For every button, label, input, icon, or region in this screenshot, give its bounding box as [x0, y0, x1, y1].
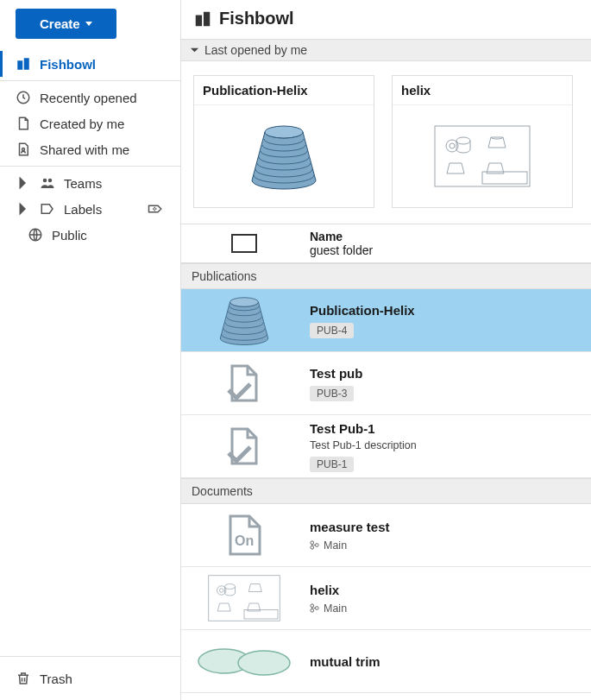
- section-documents: Documents: [181, 478, 591, 504]
- section-last-opened[interactable]: Last opened by me: [181, 39, 591, 61]
- document-check-icon: [225, 426, 263, 467]
- section-label: Last opened by me: [204, 43, 307, 57]
- sidebar-item-label: Labels: [64, 202, 102, 217]
- document-row[interactable]: helixMain: [181, 567, 591, 630]
- document-check-icon: [225, 363, 263, 404]
- building-icon: [193, 9, 212, 28]
- label-icon: [40, 201, 55, 217]
- branch-name: Main: [324, 602, 347, 615]
- building-icon: [16, 56, 31, 72]
- sidebar-item-teams[interactable]: Teams: [0, 166, 180, 196]
- document-user-icon: [16, 142, 31, 157]
- row-content: measure testMain: [306, 518, 591, 553]
- publication-row[interactable]: Publication-HelixPUB-4: [181, 289, 591, 352]
- publication-row[interactable]: Test Pub-1Test Pub-1 descriptionPUB-1: [181, 415, 591, 478]
- sidebar-item-public[interactable]: Public: [0, 222, 180, 248]
- svg-point-14: [311, 545, 314, 549]
- row-thumbnail: [181, 352, 306, 414]
- card-helix[interactable]: helix: [392, 75, 573, 208]
- svg-point-20: [311, 604, 314, 608]
- helix-thumb-icon: [210, 294, 279, 346]
- sidebar-item-labels[interactable]: Labels: [0, 196, 180, 222]
- sidebar-item-label: Trash: [40, 672, 72, 686]
- sidebar-nav: Fishbowl Recently opened Created by me S…: [0, 47, 180, 248]
- chevron-right-icon: [16, 201, 31, 217]
- svg-point-24: [238, 651, 290, 675]
- row-content: helixMain: [306, 581, 591, 616]
- helix-thumb-icon: [245, 122, 323, 191]
- create-button[interactable]: Create: [16, 9, 116, 39]
- drawing-thumb-icon: [431, 122, 534, 191]
- row-content: mutual trim: [306, 653, 591, 671]
- svg-point-15: [315, 544, 318, 547]
- sidebar-trash: Trash: [0, 656, 180, 700]
- sidebar: Create Fishbowl Recently opened Created …: [0, 0, 181, 700]
- sidebar-item-fishbowl[interactable]: Fishbowl: [0, 51, 180, 77]
- row-thumbnail: [181, 630, 306, 692]
- publications-list: Publication-HelixPUB-4 Test pubPUB-3 Tes…: [181, 289, 591, 478]
- row-thumbnail: [181, 289, 306, 351]
- row-title: Publication-Helix: [310, 303, 588, 318]
- row-description: Test Pub-1 description: [310, 439, 588, 451]
- branch-name: Main: [324, 539, 347, 552]
- row-title: helix: [310, 583, 588, 597]
- svg-point-3: [48, 179, 53, 183]
- svg-point-11: [229, 298, 258, 307]
- sidebar-item-recently-opened[interactable]: Recently opened: [0, 80, 180, 110]
- branch-line: Main: [310, 539, 588, 552]
- sidebar-item-label: Created by me: [40, 117, 124, 131]
- svg-point-1: [22, 148, 25, 151]
- last-opened-cards: Publication-Helix helix: [181, 61, 591, 224]
- clock-icon: [16, 90, 31, 105]
- row-content: Test Pub-1Test Pub-1 descriptionPUB-1: [306, 419, 591, 474]
- row-title: Test pub: [310, 366, 588, 381]
- card-thumbnail: [393, 105, 572, 207]
- sidebar-item-trash[interactable]: Trash: [0, 665, 180, 691]
- chevron-down-icon: [85, 22, 92, 26]
- main-panel: Fishbowl Last opened by me Publication-H…: [181, 0, 591, 700]
- sidebar-item-created-by-me[interactable]: Created by me: [0, 110, 180, 136]
- document-row[interactable]: mutual trim: [181, 630, 591, 693]
- publication-badge: PUB-1: [310, 457, 354, 472]
- svg-point-6: [265, 126, 303, 138]
- svg-point-2: [43, 179, 47, 183]
- row-title: Test Pub-1: [310, 421, 588, 436]
- ellipse-thumb-icon: [197, 644, 292, 678]
- row-title: mutual trim: [310, 654, 588, 669]
- globe-icon: [28, 227, 43, 243]
- sidebar-item-label: Fishbowl: [40, 57, 96, 72]
- row-title: measure test: [310, 520, 588, 534]
- sidebar-item-label: Shared with me: [40, 142, 129, 157]
- branch-icon: [310, 603, 319, 613]
- section-label: Documents: [192, 484, 253, 498]
- svg-point-10: [450, 143, 455, 148]
- documents-list: On measure testMain helixMain mutual tri…: [181, 504, 591, 693]
- branch-line: Main: [310, 602, 588, 615]
- branch-icon: [310, 540, 319, 550]
- document-icon: [16, 116, 31, 131]
- sidebar-item-shared-with-me[interactable]: Shared with me: [0, 136, 180, 162]
- name-header-row: Name guest folder: [181, 224, 591, 263]
- add-label-icon[interactable]: [148, 201, 163, 217]
- column-header-name: Name: [310, 230, 588, 243]
- row-thumbnail: [181, 567, 306, 629]
- publication-badge: PUB-4: [310, 323, 354, 338]
- card-publication-helix[interactable]: Publication-Helix: [193, 75, 374, 208]
- svg-point-13: [311, 541, 314, 545]
- trash-icon: [16, 671, 31, 686]
- onshape-doc-icon: On: [222, 513, 267, 558]
- document-row[interactable]: On measure testMain: [181, 504, 591, 567]
- teams-icon: [40, 175, 55, 191]
- card-title: helix: [393, 76, 572, 105]
- workspace-title: Fishbowl: [219, 9, 294, 28]
- create-button-label: Create: [40, 16, 80, 31]
- row-thumbnail: On: [181, 504, 306, 566]
- publication-row[interactable]: Test pubPUB-3: [181, 352, 591, 415]
- card-thumbnail: [194, 105, 374, 207]
- chevron-right-icon: [16, 175, 31, 191]
- section-publications: Publications: [181, 263, 591, 289]
- folder-icon: [231, 234, 257, 253]
- publication-badge: PUB-3: [310, 386, 354, 401]
- svg-point-19: [219, 589, 223, 593]
- chevron-down-icon: [190, 46, 199, 55]
